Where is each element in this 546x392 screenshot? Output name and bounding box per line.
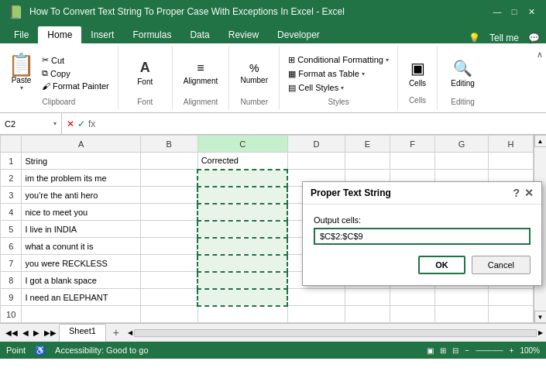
- share-icon[interactable]: 💬: [528, 33, 540, 43]
- h-scroll-right[interactable]: ▶: [538, 329, 543, 336]
- format-table-button[interactable]: ▦ Format as Table ▾: [286, 68, 391, 80]
- col-header-a[interactable]: A: [22, 136, 140, 153]
- cell-c7[interactable]: [197, 255, 287, 272]
- editing-button[interactable]: 🔍 Editing: [446, 57, 479, 89]
- close-button[interactable]: ✕: [524, 5, 538, 19]
- tab-review[interactable]: Review: [219, 26, 268, 43]
- formula-confirm-button[interactable]: ✓: [77, 119, 85, 129]
- help-icon[interactable]: 💡: [469, 33, 480, 43]
- cell-c8[interactable]: [197, 272, 287, 289]
- zoom-out-button[interactable]: −: [465, 346, 469, 355]
- cell-e1[interactable]: [345, 153, 390, 170]
- col-header-b[interactable]: B: [140, 136, 197, 153]
- cut-button[interactable]: ✂ Cut: [39, 54, 112, 66]
- cell-f1[interactable]: [390, 153, 435, 170]
- col-header-f[interactable]: F: [390, 136, 435, 153]
- cell-b7[interactable]: [140, 255, 197, 272]
- formula-cancel-button[interactable]: ✕: [67, 119, 74, 129]
- name-box-dropdown[interactable]: ▾: [53, 120, 57, 127]
- cell-e9[interactable]: [345, 289, 390, 306]
- dialog-help-button[interactable]: ?: [513, 187, 520, 199]
- view-normal-icon[interactable]: ▣: [427, 346, 434, 355]
- cell-c6[interactable]: [197, 238, 287, 255]
- cell-f9[interactable]: [390, 289, 435, 306]
- cell-c1[interactable]: Corrected: [197, 153, 287, 170]
- formula-function-button[interactable]: fx: [88, 119, 95, 129]
- cell-b6[interactable]: [140, 238, 197, 255]
- conditional-formatting-button[interactable]: ⊞ Conditional Formatting ▾: [286, 54, 391, 66]
- cell-h10[interactable]: [488, 306, 533, 323]
- col-header-h[interactable]: H: [488, 136, 533, 153]
- h-scroll-left[interactable]: ◀: [128, 329, 132, 336]
- cell-h9[interactable]: [488, 289, 533, 306]
- tab-insert[interactable]: Insert: [81, 26, 123, 43]
- dialog-close-button[interactable]: ✕: [524, 187, 534, 199]
- sheet-nav-left[interactable]: ◀: [20, 328, 31, 337]
- cell-d1[interactable]: [287, 153, 345, 170]
- title-bar-controls[interactable]: — □ ✕: [490, 5, 538, 19]
- sheet-nav-right[interactable]: ▶: [31, 328, 42, 337]
- cells-button[interactable]: ▣ Cells: [404, 57, 431, 89]
- cell-a6[interactable]: what a conunt it is: [22, 238, 140, 255]
- output-cells-input[interactable]: [314, 228, 531, 245]
- name-box[interactable]: C2 ▾: [0, 113, 62, 134]
- sheet-tab-sheet1[interactable]: Sheet1: [59, 324, 106, 342]
- cell-c5[interactable]: [197, 221, 287, 238]
- cell-b4[interactable]: [140, 204, 197, 221]
- cell-d9[interactable]: [287, 289, 345, 306]
- col-header-d[interactable]: D: [287, 136, 345, 153]
- cancel-button[interactable]: Cancel: [472, 256, 531, 274]
- cell-g9[interactable]: [435, 289, 489, 306]
- zoom-slider[interactable]: ─────: [476, 346, 503, 355]
- cell-b10[interactable]: [140, 306, 197, 323]
- cell-d10[interactable]: [287, 306, 345, 323]
- sheet-next-button[interactable]: ▶▶: [42, 328, 59, 337]
- h-scroll-track[interactable]: [134, 329, 537, 337]
- tab-home[interactable]: Home: [38, 26, 81, 43]
- paste-button[interactable]: 📋 Paste ▾: [6, 53, 36, 93]
- cell-e10[interactable]: [345, 306, 390, 323]
- cell-a8[interactable]: I got a blank space: [22, 272, 140, 289]
- cell-b3[interactable]: [140, 187, 197, 204]
- scroll-up-button[interactable]: ▲: [534, 135, 547, 147]
- col-header-c[interactable]: C: [197, 136, 287, 153]
- proper-text-string-dialog[interactable]: Proper Text String ? ✕ Output cells: OK …: [302, 181, 542, 286]
- cell-a4[interactable]: nice to meet you: [22, 204, 140, 221]
- cell-a3[interactable]: you're the anti hero: [22, 187, 140, 204]
- cell-styles-button[interactable]: ▤ Cell Styles ▾: [286, 82, 391, 94]
- zoom-in-button[interactable]: +: [510, 346, 514, 355]
- col-header-g[interactable]: G: [435, 136, 489, 153]
- cell-a2[interactable]: im the problem its me: [22, 170, 140, 187]
- ribbon-collapse[interactable]: ∧: [534, 46, 546, 109]
- view-page-break-icon[interactable]: ⊟: [452, 346, 458, 355]
- cell-c9[interactable]: [197, 289, 287, 306]
- add-sheet-button[interactable]: +: [108, 324, 125, 341]
- cell-a10[interactable]: [22, 306, 140, 323]
- cell-c4[interactable]: [197, 204, 287, 221]
- cell-b9[interactable]: [140, 289, 197, 306]
- sheet-prev-button[interactable]: ◀◀: [3, 328, 20, 337]
- ok-button[interactable]: OK: [418, 256, 465, 274]
- scroll-down-button[interactable]: ▼: [534, 311, 547, 323]
- cell-a7[interactable]: you were RECKLESS: [22, 255, 140, 272]
- number-button[interactable]: % Number: [235, 60, 273, 86]
- tab-developer[interactable]: Developer: [268, 26, 329, 43]
- cell-b5[interactable]: [140, 221, 197, 238]
- cell-g10[interactable]: [435, 306, 489, 323]
- cell-g1[interactable]: [435, 153, 489, 170]
- alignment-button[interactable]: ≡ Alignment: [179, 60, 222, 87]
- cell-h1[interactable]: [488, 153, 533, 170]
- tell-me[interactable]: Tell me: [489, 33, 519, 43]
- cell-c2[interactable]: [197, 170, 287, 187]
- cell-b1[interactable]: [140, 153, 197, 170]
- cell-c3[interactable]: [197, 187, 287, 204]
- cell-b8[interactable]: [140, 272, 197, 289]
- tab-formulas[interactable]: Formulas: [123, 26, 180, 43]
- cell-a1[interactable]: String: [22, 153, 140, 170]
- maximize-button[interactable]: □: [507, 5, 521, 19]
- copy-button[interactable]: ⧉ Copy: [39, 67, 112, 79]
- cell-a9[interactable]: I need an ELEPHANT: [22, 289, 140, 306]
- cell-b2[interactable]: [140, 170, 197, 187]
- cell-c10[interactable]: [197, 306, 287, 323]
- col-header-e[interactable]: E: [345, 136, 390, 153]
